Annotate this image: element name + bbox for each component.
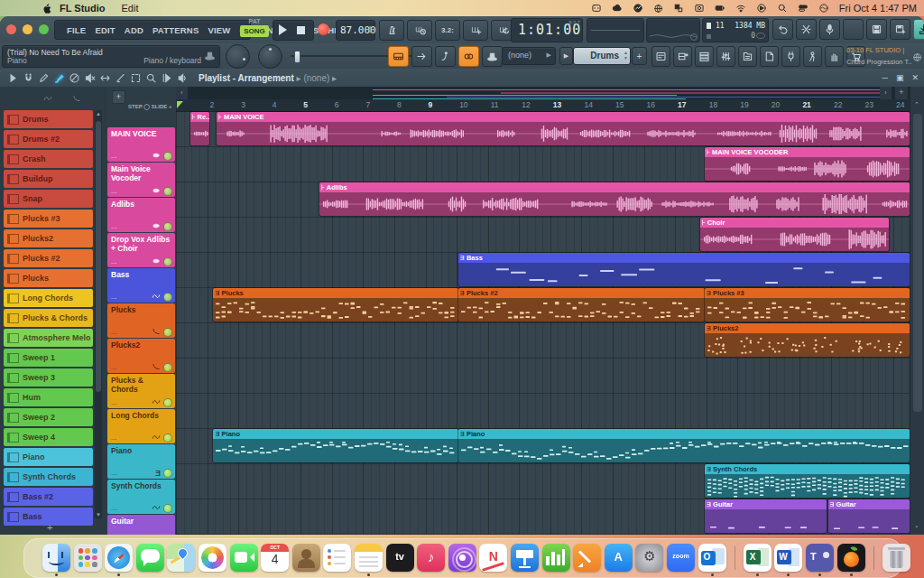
track-enable-led[interactable] [163,293,172,302]
dock-keynote-icon[interactable] [511,544,539,572]
menu-arrow-icon[interactable] [5,70,21,85]
app-switcher-icon[interactable] [591,3,602,14]
playlist-grid[interactable]: ‹›+ 234567891011121314151617181920212223… [176,87,910,535]
minimize-window-button[interactable] [23,24,32,34]
dock-settings-icon[interactable]: ⚙ [635,544,663,572]
track-options[interactable]: ... [111,152,117,160]
track-header-plucks-chords[interactable]: Plucks & Chords ... [107,374,175,408]
playlist-title[interactable]: Playlist - Arrangement ▸ (none) ▸ [199,73,337,83]
track-decay-icon[interactable] [152,362,161,373]
picker-add-button[interactable]: + [47,522,52,533]
piano-roll-icon[interactable] [673,46,692,67]
dock-trash-icon[interactable] [882,544,910,572]
select-icon[interactable] [128,70,143,85]
picker-scrollbar[interactable]: ▲ ▼ [95,110,102,518]
track-wave-icon[interactable] [152,503,161,514]
mute-icon[interactable] [82,70,97,85]
dock-reminders-icon[interactable] [323,544,351,572]
session-info[interactable]: 03-10 FL STUDIO | Chord Progression T.. [846,45,922,67]
track-eye-icon[interactable] [152,221,161,232]
tempo-steppers[interactable]: ▲▼ [367,25,373,34]
picker-item-crash[interactable]: Crash [4,150,93,168]
save-new-icon[interactable] [890,19,910,40]
spotlight-icon[interactable] [777,3,788,14]
pattern-prev-button[interactable]: ▶ [559,47,573,65]
track-eye-icon[interactable] [152,186,161,197]
hat-icon[interactable] [482,46,503,67]
close-window-button[interactable] [6,24,16,34]
picker-item-atmosphere-melo[interactable]: Atmosphere Melo [4,329,93,347]
picker-item-plucks2[interactable]: Plucks2 [4,229,93,247]
save-icon[interactable] [866,19,887,40]
wait-clock-icon[interactable] [407,20,432,41]
clip-re-[interactable]: ⊦ Re.. [190,112,209,145]
dock-appstore-icon[interactable]: A [605,544,633,572]
slip-icon[interactable] [97,70,113,85]
track-header-bass[interactable]: Bass ... [107,268,175,303]
play-button[interactable] [279,24,287,35]
picker-item-snap[interactable]: Snap [4,190,93,208]
clip-piano[interactable]: Ǝ Piano [458,429,910,462]
dock-excel-icon[interactable]: X [744,544,772,572]
glide-icon[interactable] [435,46,456,67]
time-signature-icon[interactable]: 3.2: [435,20,460,41]
fl-menu-file[interactable]: FILE [62,25,90,35]
time-display-panel[interactable]: 1:01:00 B:S:T [511,18,583,42]
play-circle-icon[interactable] [756,3,767,14]
step-arrow-icon[interactable] [411,46,432,67]
touch-icon[interactable] [825,46,844,67]
magnet-icon[interactable] [21,70,36,85]
picker-audio-tab[interactable] [43,90,52,107]
user-icon[interactable] [798,3,808,14]
preview-icon[interactable] [159,70,174,85]
layers-icon[interactable] [673,3,684,14]
dock-outlook-icon[interactable]: O [698,544,726,572]
oscilloscope-panel[interactable] [587,18,644,42]
pat-label[interactable]: PAT [240,18,269,24]
zoom-window-button[interactable] [39,24,49,34]
scroll-up-icon[interactable]: ⌃ [914,101,919,108]
track-enable-led[interactable] [163,187,172,196]
vertical-scrollbar[interactable]: ⌃ ⌄ [910,87,924,535]
picker-item-synth-chords[interactable]: Synth Chords [4,468,93,486]
track-options[interactable]: ... [111,222,117,230]
track-header-piano[interactable]: Piano ... Ǝ [107,444,175,479]
main-volume-knob[interactable] [226,44,250,69]
clip-plucks2[interactable]: Ǝ Plucks2 [705,323,910,357]
picker-item-sweep-4[interactable]: Sweep 4 [4,428,93,446]
track-options[interactable]: ... [111,293,117,301]
track-options[interactable]: ... [111,328,117,336]
link-target-select[interactable]: (none) ▶ [502,47,556,65]
scrollbar-thumb[interactable] [913,114,922,412]
song-label[interactable]: SONG [240,25,269,37]
playhead-marker[interactable] [177,101,183,108]
track-wave-icon[interactable] [152,292,161,303]
battery-icon[interactable] [715,3,725,14]
track-wave-icon[interactable] [152,397,161,408]
track-eye-icon[interactable] [152,256,161,267]
siri-icon[interactable] [818,3,829,14]
stop-button[interactable] [297,26,305,34]
undo-icon[interactable] [772,19,793,40]
dock-podcasts-icon[interactable] [448,544,476,572]
playback-icon[interactable] [174,70,189,85]
track-header-plucks[interactable]: Plucks ... [107,303,175,338]
picker-item-plucks-3[interactable]: Plucks #3 [4,210,93,228]
picker-patterns-tab[interactable]: M3 4 V12 H13 V4 M8 4 V12 [9,90,20,107]
fl-menu-add[interactable]: ADD [120,25,148,35]
playlist-restore-button[interactable]: ▣ [896,73,904,82]
dock-finder-icon[interactable] [42,544,70,572]
dock-notes-icon[interactable] [355,544,383,572]
picker-item-drums[interactable]: Drums [4,110,93,128]
dock-appletv-icon[interactable]: tv [386,544,414,572]
delete-icon[interactable] [67,70,82,85]
dock-word-icon[interactable]: W [774,544,802,572]
pattern-add-icon[interactable] [463,20,488,41]
dock-pages-icon[interactable] [573,544,601,572]
dock-flstudio-icon[interactable] [837,544,865,572]
fl-menu-edit[interactable]: EDIT [90,25,119,35]
picker-item-sweep-3[interactable]: Sweep 3 [4,368,93,387]
arrangement-crumb[interactable]: (none) [303,73,329,83]
plugin-icon[interactable] [781,46,800,67]
menubar-clock[interactable]: Fri Oct 4 1:47 PM [839,3,917,14]
